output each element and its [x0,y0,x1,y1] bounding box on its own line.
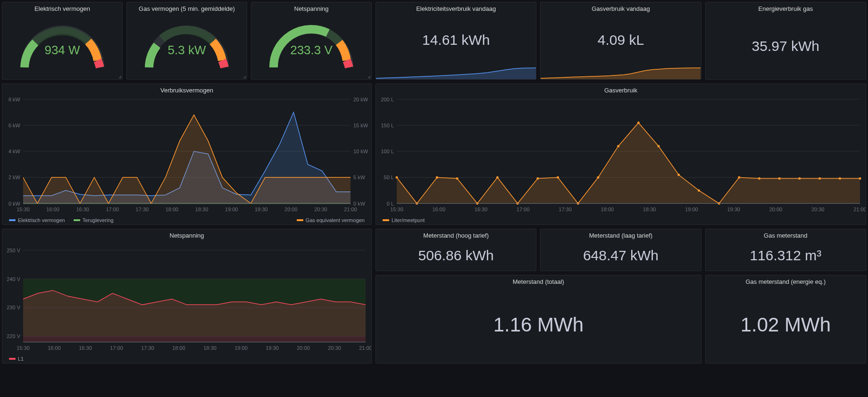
chart-canvas: 220 V230 V240 V250 V15:3016:0016:3017:00… [2,240,371,353]
sparkline [541,67,701,79]
legend-label: Gas equivalent vermogen [306,217,365,223]
svg-text:20 kW: 20 kW [353,97,368,102]
svg-text:15 kW: 15 kW [353,123,368,128]
chart-verbruiksvermogen[interactable]: Verbruiksvermogen 0 kW2 kW4 kW6 kW8 kW0 … [2,83,372,225]
svg-text:240 V: 240 V [7,276,20,282]
stat-value: 1.16 MWh [376,286,701,363]
gauge-body: 233.3 V [251,13,371,79]
resize-handle-icon[interactable] [243,75,246,78]
svg-text:19:00: 19:00 [234,345,248,351]
panel-title: Netspanning [2,229,371,240]
stat-gas-meterstand[interactable]: Gas meterstand 116.312 m³ [705,229,866,271]
gauge-body: 934 W [2,13,122,79]
chart-legend: Elektrisch vermogen Teruglevering Gas eq… [2,215,371,226]
svg-text:21:00: 21:00 [344,207,357,212]
svg-text:0 L: 0 L [387,201,394,207]
panel-title: Gas vermogen (5 min. gemiddelde) [127,2,247,13]
gauge-netspanning[interactable]: Netspanning 233.3 V [251,2,372,80]
svg-text:5 kW: 5 kW [353,174,366,180]
stat-value: 648.47 kWh [541,240,701,271]
svg-point-55 [496,176,499,179]
stat-meterstand-laag[interactable]: Meterstand (laag tarief) 648.47 kWh [540,229,701,271]
stat-value: 35.97 kWh [706,13,866,79]
svg-text:17:30: 17:30 [141,345,154,351]
stat-meterstand-hoog[interactable]: Meterstand (hoog tarief) 506.86 kWh [376,229,536,271]
gauge-value: 934 W [44,43,80,58]
panel-title: Elektriciteitsverbruik vandaag [376,2,536,13]
svg-text:16:00: 16:00 [433,207,446,212]
svg-text:15:30: 15:30 [390,207,403,212]
chart-netspanning[interactable]: Netspanning 220 V230 V240 V250 V15:3016:… [2,229,372,364]
svg-point-73 [859,177,861,180]
panel-title: Elektrisch vermogen [2,2,122,13]
legend-item[interactable]: Gas equivalent vermogen [297,217,365,223]
svg-text:2 kW: 2 kW [8,174,21,180]
svg-text:19:00: 19:00 [685,207,698,212]
gauge-elektrisch-vermogen[interactable]: Elektrisch vermogen 934 W [2,2,123,80]
svg-text:17:00: 17:00 [106,207,119,212]
legend-item[interactable]: Liter/meetpunt [383,217,425,223]
svg-text:18:30: 18:30 [643,207,656,212]
svg-point-50 [396,176,398,179]
svg-text:0 kW: 0 kW [353,201,366,207]
stat-energieverbruik-gas[interactable]: Energieverbruik gas 35.97 kWh [705,2,866,80]
svg-point-53 [456,177,459,180]
svg-point-68 [758,177,760,180]
svg-point-67 [738,176,740,179]
svg-text:16:00: 16:00 [46,207,59,212]
svg-text:17:00: 17:00 [517,207,530,212]
legend-label: Elektrisch vermogen [18,217,65,223]
legend-item[interactable]: L1 [9,356,24,362]
chart-gasverbruik[interactable]: Gasverbruik 0 L50 L100 L150 L200 L15:301… [376,83,866,225]
svg-text:230 V: 230 V [7,305,20,310]
stat-value: 1.02 MWh [706,286,866,363]
svg-text:20:30: 20:30 [328,345,341,351]
svg-text:17:30: 17:30 [559,207,572,212]
panel-title: Gas meterstand [706,229,866,240]
svg-text:10 kW: 10 kW [353,149,368,154]
svg-point-70 [798,177,801,180]
panel-title: Verbruiksvermogen [2,84,371,95]
stat-value: 14.61 kWh [376,13,536,67]
gauge-gas-vermogen[interactable]: Gas vermogen (5 min. gemiddelde) 5.3 kW [126,2,247,80]
chart-legend: Liter/meetpunt [376,215,866,226]
svg-point-69 [778,177,781,180]
svg-text:17:30: 17:30 [136,207,149,212]
svg-point-60 [597,176,599,179]
panel-title: Gas meterstand (energie eq.) [706,275,866,286]
stat-gas-meterstand-energie[interactable]: Gas meterstand (energie eq.) 1.02 MWh [705,275,866,364]
svg-text:20:30: 20:30 [314,207,327,212]
svg-text:16:30: 16:30 [79,345,92,351]
svg-point-64 [677,174,680,176]
svg-text:250 V: 250 V [7,248,20,253]
chart-canvas: 0 kW2 kW4 kW6 kW8 kW0 kW5 kW10 kW15 kW20… [2,95,371,215]
legend-label: Teruglevering [83,217,114,223]
stat-value: 506.86 kWh [376,240,536,271]
stat-elektriciteitsverbruik-vandaag[interactable]: Elektriciteitsverbruik vandaag 14.61 kWh [376,2,536,80]
svg-text:20:30: 20:30 [811,207,825,212]
legend-item[interactable]: Elektrisch vermogen [9,217,65,223]
stat-meterstand-totaal[interactable]: Meterstand (totaal) 1.16 MWh [376,275,701,364]
svg-point-72 [839,177,841,180]
svg-point-52 [436,176,438,179]
stat-value: 116.312 m³ [706,240,866,271]
svg-text:16:30: 16:30 [475,207,488,212]
svg-point-61 [617,145,619,147]
legend-item[interactable]: Teruglevering [74,217,114,223]
svg-text:0 kW: 0 kW [8,201,21,207]
svg-text:4 kW: 4 kW [8,149,21,154]
svg-text:15:30: 15:30 [17,345,30,351]
chart-canvas: 0 L50 L100 L150 L200 L15:3016:0016:3017:… [376,95,866,215]
svg-text:19:00: 19:00 [225,207,238,212]
stat-gasverbruik-vandaag[interactable]: Gasverbruik vandaag 4.09 kL [540,2,701,80]
svg-point-62 [637,122,640,124]
stat-value: 4.09 kL [541,13,701,67]
svg-text:18:00: 18:00 [166,207,179,212]
resize-handle-icon[interactable] [118,75,121,78]
svg-point-57 [536,177,539,180]
gauge-value: 233.3 V [290,43,333,58]
resize-handle-icon[interactable] [367,75,370,78]
svg-text:20:00: 20:00 [297,345,310,351]
svg-text:21:00: 21:00 [359,345,371,351]
svg-text:17:00: 17:00 [110,345,123,351]
